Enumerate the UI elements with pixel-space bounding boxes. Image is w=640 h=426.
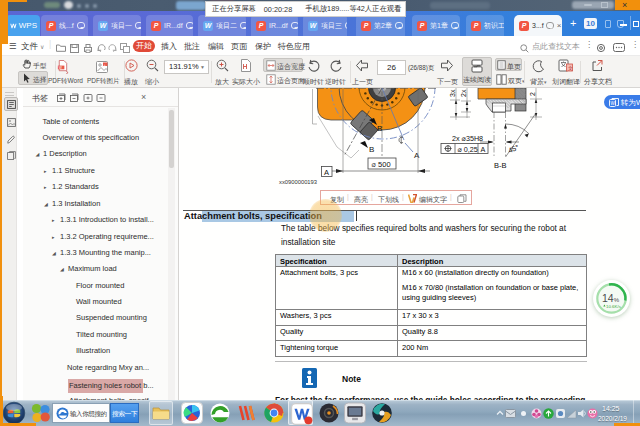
svg-text:B: B — [369, 145, 374, 154]
svg-text:%: % — [614, 297, 620, 303]
svg-text:+: + — [104, 63, 106, 67]
svg-text:⌀ 0,25: ⌀ 0,25 — [458, 145, 478, 154]
svg-text:45°: 45° — [507, 143, 521, 155]
svg-text:2x: 2x — [460, 89, 467, 97]
svg-text:3x: 3x — [449, 89, 456, 97]
svg-text:B: B — [377, 124, 382, 133]
svg-text:A: A — [324, 168, 329, 177]
svg-text:A: A — [414, 151, 420, 160]
svg-text:14: 14 — [602, 292, 614, 304]
svg-text:10.6K/s: 10.6K/s — [606, 304, 622, 309]
svg-text:W: W — [611, 101, 616, 106]
svg-text:2x ⌀35H8: 2x ⌀35H8 — [452, 134, 483, 143]
svg-text:⌀ 500: ⌀ 500 — [372, 160, 391, 169]
svg-text:文: 文 — [568, 65, 573, 71]
svg-text:B-B: B-B — [494, 161, 507, 170]
svg-text:2: 2 — [529, 92, 536, 96]
svg-text:A: A — [481, 145, 486, 154]
